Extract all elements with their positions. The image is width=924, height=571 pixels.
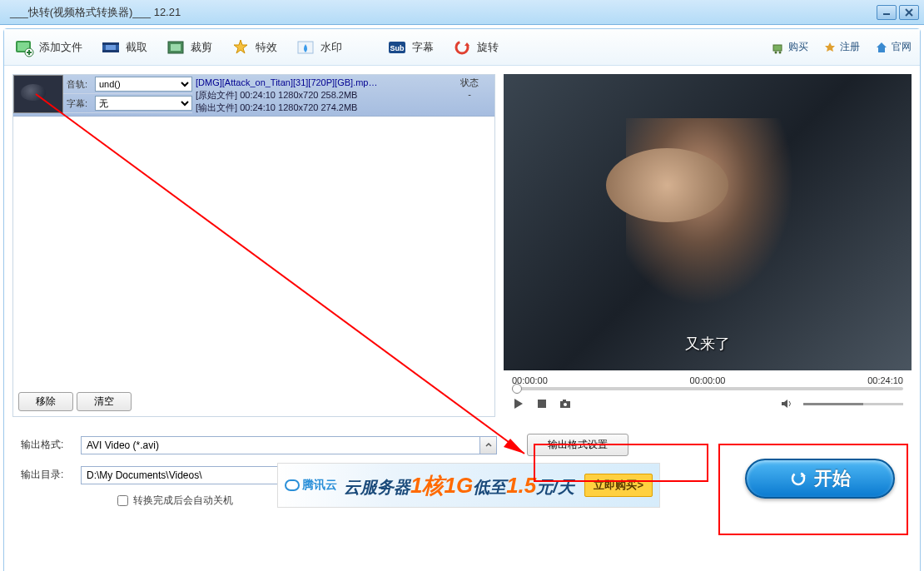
cart-icon bbox=[772, 41, 785, 54]
app-frame: 添加文件 截取 裁剪 特效 水印 Sub 字幕 旋转 购买 注册 官网 bbox=[3, 28, 921, 571]
svg-rect-20 bbox=[773, 45, 782, 51]
time-end: 00:24:10 bbox=[867, 375, 903, 385]
ad-text: 云服务器1核1G低至1.5元/天 bbox=[344, 471, 578, 500]
shutdown-checkbox[interactable] bbox=[117, 495, 128, 506]
watermark-label: 水印 bbox=[320, 40, 342, 55]
svg-marker-19 bbox=[464, 42, 469, 46]
stop-button[interactable] bbox=[535, 397, 549, 410]
svg-point-18 bbox=[456, 42, 468, 53]
status-value: - bbox=[448, 89, 491, 99]
svg-rect-26 bbox=[538, 400, 546, 408]
svg-marker-23 bbox=[825, 42, 835, 52]
subtitle-button[interactable]: Sub 字幕 bbox=[379, 32, 442, 62]
file-original-info: [原始文件] 00:24:10 1280x720 258.2MB bbox=[196, 89, 441, 102]
start-button[interactable]: 开始 bbox=[745, 459, 895, 499]
add-file-label: 添加文件 bbox=[39, 40, 82, 55]
subtitle-icon: Sub bbox=[387, 37, 407, 57]
settings-area: 输出格式: 输出格式设置 输出目录: 设置目录 打开目录 转换完成后会自动关机 bbox=[4, 425, 920, 516]
svg-point-21 bbox=[775, 51, 777, 53]
toolbar: 添加文件 截取 裁剪 特效 水印 Sub 字幕 旋转 购买 注册 官网 bbox=[4, 29, 920, 66]
file-output-info: [输出文件] 00:24:10 1280x720 274.2MB bbox=[196, 102, 441, 114]
close-button[interactable] bbox=[899, 5, 919, 20]
play-button[interactable] bbox=[512, 397, 525, 410]
status-header: 状态 bbox=[448, 77, 491, 89]
subtitle-select[interactable]: 无 bbox=[95, 96, 192, 111]
output-format-dropdown[interactable] bbox=[480, 436, 497, 454]
effects-button[interactable]: 特效 bbox=[222, 32, 286, 62]
svg-marker-24 bbox=[877, 42, 887, 52]
effects-label: 特效 bbox=[256, 40, 277, 55]
register-link[interactable]: 注册 bbox=[817, 37, 867, 57]
rotate-button[interactable]: 旋转 bbox=[444, 32, 507, 62]
audio-select[interactable]: und() bbox=[95, 77, 192, 92]
svg-point-22 bbox=[779, 51, 782, 53]
ad-buy-button[interactable]: 立即购买> bbox=[584, 474, 653, 497]
rotate-label: 旋转 bbox=[477, 40, 499, 55]
format-settings-button[interactable]: 输出格式设置 bbox=[527, 434, 628, 456]
shutdown-label: 转换完成后会自动关机 bbox=[133, 494, 233, 508]
effects-icon bbox=[231, 37, 251, 57]
volume-slider[interactable] bbox=[803, 403, 903, 405]
file-row[interactable]: 音轨:und() 字幕:无 [DMG][Attack_on_Titan][31]… bbox=[13, 75, 494, 117]
preview-subtitle: 又来了 bbox=[504, 334, 912, 354]
titlebar: ___快转(视频格式转换器)___ 12.21 bbox=[0, 0, 924, 25]
output-format-label: 输出格式: bbox=[21, 438, 71, 452]
window-controls bbox=[877, 5, 919, 20]
svg-rect-13 bbox=[171, 44, 181, 51]
cut-icon bbox=[101, 37, 121, 57]
time-current: 00:00:00 bbox=[690, 375, 726, 385]
start-label: 开始 bbox=[814, 466, 851, 491]
clear-button[interactable]: 清空 bbox=[77, 392, 132, 411]
preview-panel: 又来了 00:00:00 00:00:00 00:24:10 bbox=[504, 74, 912, 417]
watermark-icon bbox=[296, 37, 315, 57]
cut-button[interactable]: 截取 bbox=[92, 32, 156, 62]
crop-button[interactable]: 裁剪 bbox=[157, 32, 221, 62]
main-area: 音轨:und() 字幕:无 [DMG][Attack_on_Titan][31]… bbox=[4, 66, 920, 425]
file-thumbnail bbox=[13, 75, 63, 113]
output-format-input[interactable] bbox=[81, 436, 480, 454]
svg-marker-30 bbox=[782, 400, 787, 408]
file-name: [DMG][Attack_on_Titan][31][720P][GB].mp… bbox=[196, 77, 441, 89]
star-icon bbox=[823, 41, 837, 54]
add-file-button[interactable]: 添加文件 bbox=[6, 32, 91, 62]
svg-rect-10 bbox=[102, 50, 119, 52]
window-title: ___快转(视频格式转换器)___ 12.21 bbox=[5, 5, 877, 20]
output-dir-label: 输出目录: bbox=[21, 468, 71, 482]
volume-icon[interactable] bbox=[780, 397, 793, 410]
ad-banner[interactable]: 腾讯云 云服务器1核1G低至1.5元/天 立即购买> bbox=[277, 463, 660, 508]
file-list-body bbox=[13, 117, 494, 387]
video-preview[interactable]: 又来了 bbox=[504, 74, 912, 370]
watermark-button[interactable]: 水印 bbox=[287, 32, 350, 62]
minimize-button[interactable] bbox=[877, 5, 897, 20]
file-list-panel: 音轨:und() 字幕:无 [DMG][Attack_on_Titan][31]… bbox=[12, 74, 495, 417]
crop-icon bbox=[166, 37, 186, 57]
buy-link[interactable]: 购买 bbox=[765, 37, 815, 57]
svg-point-28 bbox=[564, 403, 567, 406]
add-file-icon bbox=[14, 37, 34, 57]
cloud-icon bbox=[285, 479, 300, 491]
seek-slider[interactable] bbox=[512, 387, 903, 390]
remove-button[interactable]: 移除 bbox=[18, 392, 73, 411]
svg-rect-11 bbox=[106, 45, 116, 50]
rotate-icon bbox=[452, 37, 472, 57]
svg-rect-9 bbox=[102, 42, 119, 45]
crop-label: 裁剪 bbox=[191, 40, 212, 55]
site-link[interactable]: 官网 bbox=[868, 37, 918, 57]
subtitle-track-label: 字幕: bbox=[63, 97, 95, 110]
home-icon bbox=[875, 41, 888, 54]
svg-marker-14 bbox=[234, 40, 247, 53]
snapshot-button[interactable] bbox=[559, 397, 572, 410]
svg-text:Sub: Sub bbox=[390, 44, 405, 52]
svg-marker-25 bbox=[514, 399, 523, 409]
ad-logo: 腾讯云 bbox=[285, 478, 337, 493]
subtitle-label: 字幕 bbox=[412, 40, 434, 55]
audio-label: 音轨: bbox=[63, 78, 95, 91]
cut-label: 截取 bbox=[126, 40, 147, 55]
svg-rect-29 bbox=[563, 400, 566, 402]
refresh-icon bbox=[789, 469, 807, 488]
